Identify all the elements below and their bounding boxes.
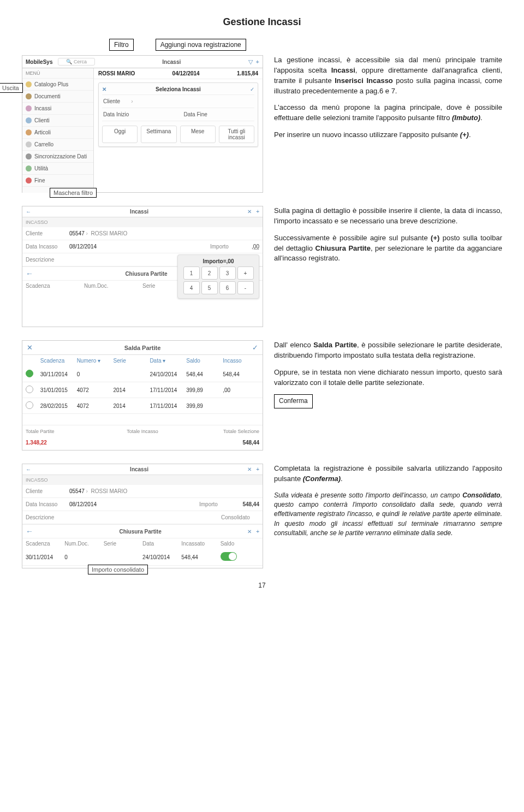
close-icon[interactable]: ✕ [247, 466, 252, 472]
back-icon[interactable]: ← [26, 527, 33, 536]
menu-item[interactable]: Fine [22, 175, 93, 187]
cliente-value[interactable]: 05547 › ROSSI MARIO [69, 230, 259, 236]
table-row[interactable]: 30/11/2014024/10/2014548,44548,44 [22, 366, 263, 382]
data-fine-label[interactable]: Data Fine [184, 111, 254, 117]
descrizione-label: Descrizione [26, 514, 69, 520]
keypad-title: Importo=,00 [180, 257, 257, 266]
screenshot-consolidato: ← Incassi ✕ + INCASSO Cliente 05547 › RO… [22, 464, 263, 568]
menu-item[interactable]: Catalogo Plus [22, 79, 93, 91]
key-1[interactable]: 1 [183, 266, 200, 280]
th-numero[interactable]: Numero ▾ [77, 358, 114, 364]
importo-label: Importo [199, 501, 227, 507]
th-serie[interactable]: Serie [114, 358, 150, 364]
cliente-value[interactable]: 05547 › ROSSI MARIO [69, 488, 259, 494]
checkbox-icon[interactable] [26, 370, 33, 377]
data-incasso-label: Data Incasso [26, 244, 69, 250]
totale-incasso-label: Totale Incasso [104, 429, 182, 434]
th-scadenza[interactable]: Scadenza [40, 358, 77, 364]
th-scadenza: Scadenza [26, 541, 64, 547]
back-icon[interactable]: ← [26, 269, 33, 278]
menu-item[interactable]: Clienti [22, 115, 93, 127]
importo-value[interactable]: ,00 [237, 244, 259, 250]
key-4[interactable]: 4 [183, 281, 200, 294]
filter-settimana-button[interactable]: Settimana [141, 126, 176, 143]
callout-maschera: Maschera filtro [50, 188, 97, 198]
menu-item[interactable]: Incassi [22, 103, 93, 115]
th-data: Data [142, 541, 181, 547]
salda-title: Salda Partite [124, 345, 161, 351]
key-minus[interactable]: - [237, 281, 254, 294]
list-date: 04/12/2014 [172, 70, 200, 76]
table-row[interactable]: 30/11/2014 0 24/10/2014 548,44 [22, 549, 263, 566]
plus-icon[interactable]: + [256, 529, 259, 535]
th-numdoc: Num.Doc. [84, 283, 142, 289]
paragraph-access: L'accesso da menù propone la pagina prin… [274, 103, 502, 123]
table-row[interactable]: 28/02/20154072201417/11/2014399,89 [22, 398, 263, 414]
callout-uscita: Uscita [0, 83, 23, 93]
data-incasso-value[interactable]: 08/12/2014 [69, 244, 210, 250]
key-plus[interactable]: + [237, 266, 254, 280]
page-title: Gestione Incassi [22, 16, 502, 28]
section-header: INCASSO [22, 475, 263, 485]
filter-tutti-button[interactable]: Tutti gli incassi [219, 126, 254, 143]
importo-label: Importo [210, 244, 237, 250]
menu-item[interactable]: Sincronizzazione Dati [22, 151, 93, 163]
close-icon[interactable]: ✕ [27, 343, 33, 352]
menu-item[interactable]: Documenti [22, 91, 93, 103]
paragraph-insert: Per inserire un nuovo incasso utilizzare… [274, 130, 502, 140]
detail-title: Incassi [130, 466, 148, 472]
totale-selezione-label: Totale Selezione [181, 429, 259, 434]
modal-title: Seleziona Incassi [156, 86, 201, 92]
key-6[interactable]: 6 [219, 281, 236, 294]
th-serie: Serie [104, 541, 142, 547]
list-customer-name: ROSSI MARIO [98, 70, 135, 76]
data-incasso-value[interactable]: 08/12/2014 [69, 501, 199, 507]
menu-item[interactable]: Utilità [22, 163, 93, 175]
funnel-icon[interactable]: ▽ [248, 58, 253, 66]
th-scadenza: Scadenza [26, 283, 84, 289]
list-amount: 1.815,84 [237, 70, 258, 76]
filter-mese-button[interactable]: Mese [180, 126, 216, 143]
close-icon[interactable]: ✕ [247, 209, 252, 215]
toggle-icon[interactable] [221, 552, 237, 561]
paragraph-salda: Dall' elenco Salda Partite, è possibile … [274, 340, 502, 361]
screenshot-detail: ← Incassi ✕ + INCASSO Cliente 05547 › RO… [22, 206, 263, 327]
th-incassato: Incassato [181, 541, 220, 547]
table-row[interactable]: 31/01/20154072201417/11/2014399,89,00 [22, 382, 263, 398]
totale-partite-value: 1.348,22 [26, 440, 142, 446]
th-data[interactable]: Data ▾ [150, 358, 186, 364]
th-saldo[interactable]: Saldo [186, 358, 223, 364]
section-header: INCASSO [22, 217, 263, 227]
close-icon[interactable]: ✕ [247, 529, 252, 535]
plus-icon[interactable]: + [256, 209, 259, 215]
th-incasso[interactable]: Incasso [223, 358, 259, 364]
key-2[interactable]: 2 [201, 266, 218, 280]
plus-icon[interactable]: + [256, 58, 259, 66]
plus-icon[interactable]: + [256, 466, 259, 472]
menu-item[interactable]: Carrello [22, 139, 93, 151]
data-incasso-label: Data Incasso [26, 501, 69, 507]
menu-item[interactable]: Articoli [22, 127, 93, 139]
checkbox-icon[interactable] [26, 401, 33, 409]
key-3[interactable]: 3 [219, 266, 236, 280]
importo-value: 548,44 [227, 501, 259, 507]
back-icon[interactable]: ← [26, 466, 31, 472]
detail-title: Incassi [130, 209, 148, 215]
filter-oggi-button[interactable]: Oggi [102, 126, 138, 143]
checkbox-icon[interactable] [26, 386, 33, 393]
back-icon[interactable]: ← [26, 209, 31, 215]
search-input[interactable]: 🔍 Cerca [58, 58, 95, 66]
numeric-keypad[interactable]: Importo=,00 1 2 3 + 4 5 6 - [177, 254, 259, 299]
paragraph-chiusura: Successivamente è possibile agire sul pu… [274, 233, 502, 264]
confirm-icon[interactable]: ✓ [252, 343, 258, 352]
chevron-right-icon[interactable]: › [131, 98, 133, 104]
confirm-icon[interactable]: ✓ [250, 86, 254, 92]
callout-conferma: Conferma [274, 394, 313, 408]
close-icon[interactable]: ✕ [102, 86, 106, 92]
data-inizio-label[interactable]: Data Inizio [103, 111, 173, 117]
cp-title: Chiusura Partite [125, 271, 167, 277]
page-number: 17 [22, 582, 502, 589]
key-5[interactable]: 5 [201, 281, 218, 294]
paragraph-detail: Sulla pagina di dettaglio è possibile in… [274, 206, 502, 227]
toolbar-title: Incassi [100, 59, 243, 65]
